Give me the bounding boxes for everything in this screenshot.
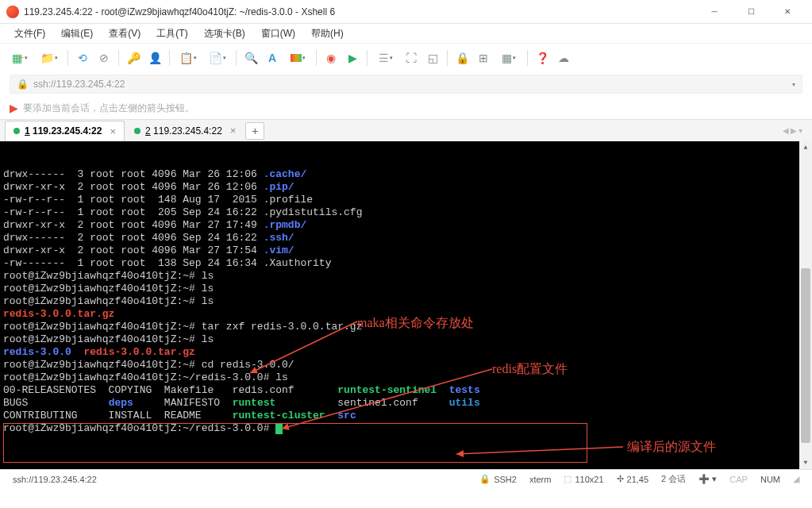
find-button[interactable]: 🔍 — [241, 48, 260, 67]
terminal-line: BUGS deps MANIFESTO runtest sentinel.con… — [3, 397, 809, 410]
status-cap: CAP — [723, 475, 754, 484]
menu-tab[interactable]: 选项卡(B) — [198, 25, 252, 42]
terminal-line: 00-RELEASENOTES COPYING Makefile redis.c… — [3, 384, 809, 397]
flag-icon: ▶ — [10, 102, 18, 114]
status-pos: ✢ 21,45 — [610, 474, 656, 484]
new-session-button[interactable]: ▦+▾ — [6, 48, 33, 67]
tabbar: 1 119.23.245.4:22 × 2 119.23.245.4:22 × … — [0, 119, 812, 141]
disconnect-button[interactable]: ⊘ — [94, 48, 114, 67]
cloud-button[interactable]: ☁ — [554, 48, 573, 67]
tab-label: 2 119.23.245.4:22 — [145, 125, 222, 137]
maximize-button[interactable]: ☐ — [733, 0, 769, 24]
terminal-line: root@iZwz9bjiawhqzf40o410tjZ:~# ls — [3, 333, 809, 346]
play-button[interactable]: ▶ — [343, 48, 362, 67]
terminal-line: root@iZwz9bjiawhqzf40o410tjZ:~/redis-3.0… — [3, 422, 809, 435]
scroll-thumb[interactable] — [801, 268, 810, 443]
reconnect-button[interactable]: ⟲ — [73, 48, 92, 67]
copy-button[interactable]: 📋▾ — [175, 48, 202, 67]
status-resize-icon[interactable]: ◢ — [787, 474, 806, 484]
menubar: 文件(F) 编辑(E) 查看(V) 工具(T) 选项卡(B) 窗口(W) 帮助(… — [0, 24, 812, 43]
record-button[interactable]: ◉ — [321, 48, 341, 67]
terminal[interactable]: drwx------ 3 root root 4096 Mar 26 12:06… — [0, 141, 812, 469]
terminal-line: drwxr-xr-x 2 root root 4096 Mar 26 12:06… — [3, 181, 809, 194]
terminal-line: redis-3.0.0.tar.gz — [3, 308, 809, 321]
hintbar: ▶ 要添加当前会话，点击左侧的箭头按钮。 — [0, 97, 812, 119]
terminal-line: drwx------ 3 root root 4096 Mar 26 12:06… — [3, 168, 809, 181]
terminal-line: root@iZwz9bjiawhqzf40o410tjZ:~# ls — [3, 295, 809, 308]
transparent-button[interactable]: ◱ — [423, 48, 442, 67]
lock-icon: 🔒 — [17, 79, 29, 90]
status-term: xterm — [523, 475, 558, 484]
tab-next-icon[interactable]: ▶ — [791, 126, 797, 135]
menu-view[interactable]: 查看(V) — [102, 25, 147, 42]
scrollbar[interactable]: ▲ ▼ — [799, 141, 812, 469]
window-title: 119.23.245.4:22 - root@iZwz9bjiawhqzf40o… — [24, 6, 696, 17]
tab-close-icon[interactable]: × — [110, 125, 116, 137]
terminal-line: root@iZwz9bjiawhqzf40o410tjZ:~# cd redis… — [3, 359, 809, 371]
status-size: ⬚ 110x21 — [557, 474, 610, 484]
status-num: NUM — [754, 475, 787, 484]
tile-button[interactable]: ⊞ — [474, 48, 493, 67]
terminal-line: drwxr-xr-x 2 root root 4096 Mar 27 17:54… — [3, 244, 809, 257]
key-button[interactable]: 🔑 — [124, 48, 143, 67]
help-button[interactable]: ❓ — [533, 48, 552, 67]
tab-close-icon[interactable]: × — [230, 125, 237, 137]
statusbar: ssh://119.23.245.4:22 🔒SSH2 xterm ⬚ 110x… — [0, 469, 812, 488]
terminal-line: drwxr-xr-x 2 root root 4096 Mar 27 17:49… — [3, 219, 809, 232]
tab-prev-icon[interactable]: ◀ — [783, 126, 789, 135]
script-button[interactable]: ☰▾ — [372, 48, 399, 67]
terminal-line: root@iZwz9bjiawhqzf40o410tjZ:~/redis-3.0… — [3, 371, 809, 384]
fullscreen-button[interactable]: ⛶ — [402, 48, 421, 67]
address-dropdown-icon[interactable]: ▾ — [792, 81, 795, 88]
menu-tools[interactable]: 工具(T) — [150, 25, 194, 42]
terminal-line: CONTRIBUTING INSTALL README runtest-clus… — [3, 410, 809, 422]
terminal-line: drwx------ 2 root root 4096 Sep 24 16:22… — [3, 232, 809, 244]
status-dot-icon — [13, 128, 20, 134]
scroll-down-icon[interactable]: ▼ — [799, 456, 812, 469]
tab-menu-icon[interactable]: ▾ — [799, 126, 802, 135]
profile-button[interactable]: 👤 — [145, 48, 164, 67]
font-button[interactable]: A — [263, 48, 282, 67]
status-address: ssh://119.23.245.4:22 — [6, 475, 103, 484]
app-icon — [6, 6, 19, 18]
terminal-line: -rw-r--r-- 1 root root 148 Aug 17 2015 .… — [3, 194, 809, 206]
cursor — [275, 423, 283, 434]
open-button[interactable]: 📁▾ — [36, 48, 63, 67]
tab-label: 1 119.23.245.4:22 — [25, 125, 102, 137]
toolbar: ▦+▾ 📁▾ ⟲ ⊘ 🔑 👤 📋▾ 📄▾ 🔍 A ▾ ◉ ▶ ☰▾ ⛶ ◱ 🔒 … — [0, 43, 812, 71]
terminal-line: root@iZwz9bjiawhqzf40o410tjZ:~# ls — [3, 283, 809, 295]
terminal-line: redis-3.0.0 redis-3.0.0.tar.gz — [3, 346, 809, 359]
status-dot-icon — [134, 128, 140, 134]
terminal-line: -rw-r--r-- 1 root root 205 Sep 24 16:22 … — [3, 206, 809, 219]
address-text: ssh://119.23.245.4:22 — [33, 79, 125, 90]
colors-button[interactable]: ▾ — [284, 48, 311, 67]
address-input[interactable]: 🔒 ssh://119.23.245.4:22 ▾ — [10, 75, 802, 94]
close-button[interactable]: ✕ — [769, 0, 806, 24]
terminal-line: root@iZwz9bjiawhqzf40o410tjZ:~# tar zxf … — [3, 321, 809, 333]
tab-1[interactable]: 1 119.23.245.4:22 × — [5, 121, 125, 141]
terminal-line: -rw------- 1 root root 138 Sep 24 16:34 … — [3, 257, 809, 270]
menu-edit[interactable]: 编辑(E) — [55, 25, 99, 42]
hint-text: 要添加当前会话，点击左侧的箭头按钮。 — [23, 102, 194, 115]
status-sync-icon[interactable]: ➕ ▾ — [692, 474, 723, 484]
lock-button[interactable]: 🔒 — [452, 48, 471, 67]
paste-button[interactable]: 📄▾ — [204, 48, 231, 67]
menu-window[interactable]: 窗口(W) — [255, 25, 302, 42]
status-sessions: 2 会话 — [655, 473, 692, 485]
menu-help[interactable]: 帮助(H) — [305, 25, 350, 42]
layout-button[interactable]: ▦▾ — [495, 48, 522, 67]
status-ssh: 🔒SSH2 — [473, 474, 523, 484]
tab-2[interactable]: 2 119.23.245.4:22 × — [126, 121, 244, 141]
terminal-line: root@iZwz9bjiawhqzf40o410tjZ:~# ls — [3, 270, 809, 283]
add-tab-button[interactable]: + — [245, 122, 264, 140]
minimize-button[interactable]: ─ — [696, 0, 733, 24]
menu-file[interactable]: 文件(F) — [8, 25, 52, 42]
titlebar: 119.23.245.4:22 - root@iZwz9bjiawhqzf40o… — [0, 0, 812, 24]
scroll-up-icon[interactable]: ▲ — [799, 141, 812, 154]
addressbar: 🔒 ssh://119.23.245.4:22 ▾ — [0, 71, 812, 97]
